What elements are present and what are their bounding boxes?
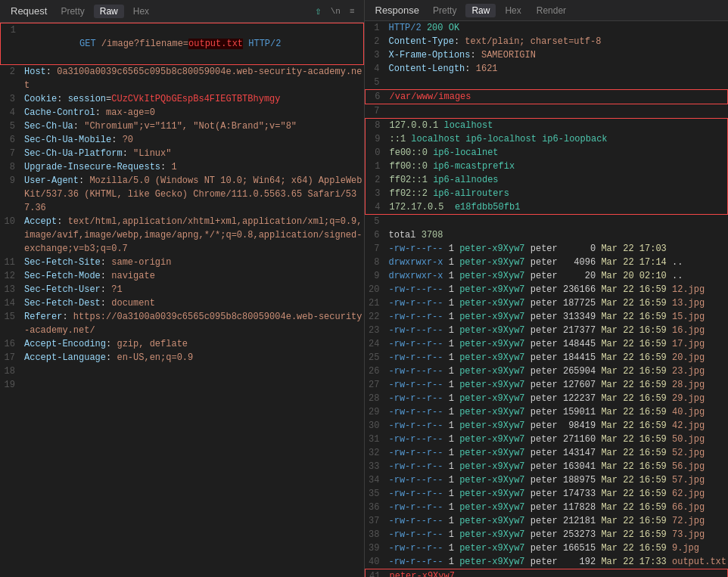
response-line-22: 22 -rw-r--r-- 1 peter-x9Xyw7 peter 31334… <box>365 310 729 324</box>
request-line-7: 7 Sec-Ch-Ua-Platform: "Linux" <box>0 147 364 160</box>
tab-response-hex[interactable]: Hex <box>499 4 527 17</box>
response-content: 1 HTTP/2 200 OK 2 Content-Type: text/pla… <box>365 21 729 577</box>
request-line-13: 13 Sec-Fetch-User: ?1 <box>0 283 364 296</box>
response-line-23: 23 -rw-r--r-- 1 peter-x9Xyw7 peter 21737… <box>365 324 729 337</box>
response-line-34: 34 -rw-r--r-- 1 peter-x9Xyw7 peter 18897… <box>365 473 729 487</box>
request-line-11: 11 Sec-Fetch-Site: same-origin <box>0 256 364 269</box>
response-title: Response <box>371 3 425 17</box>
response-line-21: 21 -rw-r--r-- 1 peter-x9Xyw7 peter 18772… <box>365 296 729 310</box>
response-line-29: 29 -rw-r--r-- 1 peter-x9Xyw7 peter 15901… <box>365 405 729 419</box>
response-line-1: 1 HTTP/2 200 OK <box>365 21 729 35</box>
response-line-33: 33 -rw-r--r-- 1 peter-x9Xyw7 peter 16304… <box>365 460 729 473</box>
response-line-20: 20 -rw-r--r-- 1 peter-x9Xyw7 peter 23616… <box>365 283 729 296</box>
request-panel: Request Pretty Raw Hex ⇧ \n ≡ 1 GET /ima… <box>0 0 365 577</box>
response-line-4: 4 Content-Length: 1621 <box>365 62 729 76</box>
request-line-9: 9 User-Agent: Mozilla/5.0 (Windows NT 10… <box>0 174 364 215</box>
response-line-31: 31 -rw-r--r-- 1 peter-x9Xyw7 peter 27116… <box>365 433 729 446</box>
response-line-24: 24 -rw-r--r-- 1 peter-x9Xyw7 peter 14844… <box>365 337 729 351</box>
request-line-2: 2 Host: 0a3100a0039c6565c095b8c80059004e… <box>0 65 364 92</box>
response-line-38: 38 -rw-r--r-- 1 peter-x9Xyw7 peter 25327… <box>365 528 729 541</box>
request-line-19: 19 <box>0 378 364 392</box>
request-line-10: 10 Accept: text/html,application/xhtml+x… <box>0 215 364 256</box>
response-line-17: 7 -rw-r--r-- 1 peter-x9Xyw7 peter 0 Mar … <box>365 242 729 256</box>
response-line-32: 32 -rw-r--r-- 1 peter-x9Xyw7 peter 14314… <box>365 446 729 460</box>
tab-request-pretty[interactable]: Pretty <box>54 5 90 18</box>
response-line-14: 4 172.17.0.5 e18fdbb50fb1 <box>365 200 729 215</box>
request-line-3: 3 Cookie: session=CUzCVkItPQbGEspBs4FIEG… <box>0 92 364 106</box>
request-line-4: 4 Cache-Control: max-age=0 <box>0 106 364 119</box>
request-line-12: 12 Sec-Fetch-Mode: navigate <box>0 269 364 283</box>
response-line-18: 8 drwxrwxr-x 1 peter-x9Xyw7 peter 4096 M… <box>365 256 729 269</box>
request-line-15: 15 Referer: https://0a3100a0039c6565c095… <box>0 310 364 337</box>
newline-icon[interactable]: \n <box>328 5 344 17</box>
request-line-16: 16 Accept-Encoding: gzip, deflate <box>0 337 364 351</box>
response-line-27: 27 -rw-r--r-- 1 peter-x9Xyw7 peter 12760… <box>365 378 729 392</box>
response-line-36: 36 -rw-r--r-- 1 peter-x9Xyw7 peter 11782… <box>365 501 729 514</box>
response-line-39: 39 -rw-r--r-- 1 peter-x9Xyw7 peter 16651… <box>365 541 729 555</box>
menu-icon[interactable]: ≡ <box>347 5 358 17</box>
response-line-19: 9 drwxrwxr-x 1 peter-x9Xyw7 peter 20 Mar… <box>365 269 729 283</box>
response-line-13: 3 ff02::2 ip6-allrouters <box>365 187 729 200</box>
tab-response-pretty[interactable]: Pretty <box>427 4 462 17</box>
response-line-11: 1 ff00::0 ip6-mcastprefix <box>365 160 729 173</box>
request-toolbar: ⇧ \n ≡ <box>312 3 357 19</box>
response-line-41: 41 peter-x9Xyw7 <box>365 569 729 577</box>
response-line-15: 5 <box>365 215 729 228</box>
response-line-7: 7 <box>365 104 729 118</box>
response-line-3: 3 X-Frame-Options: SAMEORIGIN <box>365 48 729 62</box>
request-title: Request <box>6 4 51 18</box>
request-line-18: 18 <box>0 365 364 378</box>
tab-request-raw[interactable]: Raw <box>94 5 124 18</box>
request-line-6: 6 Sec-Ch-Ua-Mobile: ?0 <box>0 133 364 147</box>
request-line-14: 14 Sec-Fetch-Dest: document <box>0 296 364 310</box>
response-line-40: 40 -rw-r--r-- 1 peter-x9Xyw7 peter 192 M… <box>365 555 729 569</box>
tab-request-hex[interactable]: Hex <box>127 5 155 18</box>
response-line-5: 5 <box>365 76 729 89</box>
send-icon[interactable]: ⇧ <box>312 3 324 19</box>
response-header: Response Pretty Raw Hex Render <box>365 0 729 21</box>
response-panel: Response Pretty Raw Hex Render 1 HTTP/2 … <box>365 0 729 577</box>
response-line-30: 30 -rw-r--r-- 1 peter-x9Xyw7 peter 98419… <box>365 419 729 433</box>
response-line-12: 2 ff02::1 ip6-allnodes <box>365 173 729 187</box>
response-line-10: 0 fe00::0 ip6-localnet <box>365 146 729 160</box>
request-line-8: 8 Upgrade-Insecure-Requests: 1 <box>0 160 364 174</box>
response-line-2: 2 Content-Type: text/plain; charset=utf-… <box>365 35 729 48</box>
response-line-16: 6 total 3708 <box>365 228 729 242</box>
request-line-1: 1 GET /image?filename=output.txt HTTP/2 <box>0 23 364 65</box>
response-line-25: 25 -rw-r--r-- 1 peter-x9Xyw7 peter 18441… <box>365 351 729 365</box>
response-line-35: 35 -rw-r--r-- 1 peter-x9Xyw7 peter 17473… <box>365 487 729 501</box>
tab-response-render[interactable]: Render <box>530 4 572 17</box>
response-line-6: 6 /var/www/images <box>365 89 729 104</box>
response-line-8: 8 127.0.0.1 localhost <box>365 118 729 132</box>
request-line-17: 17 Accept-Language: en-US,en;q=0.9 <box>0 351 364 365</box>
response-line-28: 28 -rw-r--r-- 1 peter-x9Xyw7 peter 12223… <box>365 392 729 405</box>
response-line-9: 9 ::1 localhost ip6-localhost ip6-loopba… <box>365 132 729 146</box>
response-line-26: 26 -rw-r--r-- 1 peter-x9Xyw7 peter 26590… <box>365 365 729 378</box>
request-line-5: 5 Sec-Ch-Ua: "Chromium";v="111", "Not(A:… <box>0 119 364 133</box>
request-content: 1 GET /image?filename=output.txt HTTP/2 … <box>0 23 364 577</box>
tab-response-raw[interactable]: Raw <box>465 4 496 17</box>
request-header: Request Pretty Raw Hex ⇧ \n ≡ <box>0 0 364 23</box>
response-line-37: 37 -rw-r--r-- 1 peter-x9Xyw7 peter 21218… <box>365 514 729 528</box>
